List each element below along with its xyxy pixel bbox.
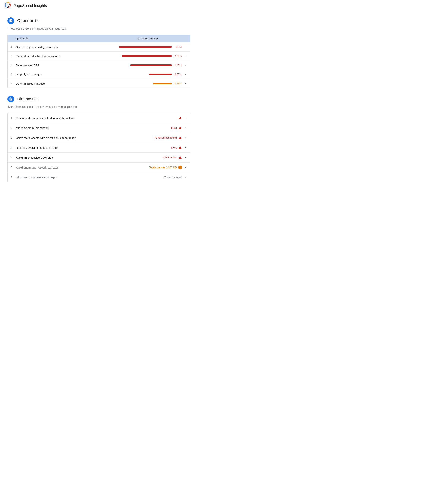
diag-label-7: Minimize Critical Requests Depth: [16, 176, 163, 179]
expand-chevron-diag-4[interactable]: [184, 146, 187, 149]
warning-icon-4: [178, 146, 182, 149]
diag-row-1[interactable]: 1 Ensure text remains visible during web…: [8, 113, 190, 123]
col-savings-header: Estimated Savings: [108, 37, 187, 40]
diagnostics-title: Diagnostics: [17, 97, 38, 101]
diag-num-7: 7: [11, 176, 16, 179]
diag-value-4: 5.0 s: [171, 146, 177, 149]
row-label-4: Properly size images: [16, 73, 108, 76]
warning-icon-3: [178, 136, 182, 140]
diag-label-2: Minimize main-thread work: [16, 126, 171, 130]
expand-chevron-diag-7[interactable]: [184, 175, 187, 179]
opportunities-table-header: Opportunity Estimated Savings: [8, 35, 190, 42]
opportunities-section-header: Opportunities: [7, 17, 190, 24]
diagnostics-table: 1 Ensure text remains visible during web…: [7, 113, 190, 182]
row-savings-2: 2.31 s: [108, 54, 187, 58]
diag-row-7[interactable]: 7 Minimize Critical Requests Depth 27 ch…: [8, 172, 190, 182]
diag-row-4[interactable]: 4 Reduce JavaScript execution time 5.0 s: [8, 143, 190, 152]
warning-icon-1: [178, 116, 182, 120]
savings-value-3: 1.92 s: [173, 64, 182, 67]
expand-chevron-diag-3[interactable]: [184, 136, 187, 140]
expand-chevron-diag-6[interactable]: [184, 166, 187, 169]
diag-label-3: Serve static assets with an efficient ca…: [16, 136, 154, 139]
opportunity-row-2[interactable]: 2 Eliminate render-blocking resources 2.…: [8, 51, 190, 60]
diag-row-6[interactable]: 6 Avoid enormous network payloads Total …: [8, 162, 190, 172]
diag-row-2[interactable]: 2 Minimize main-thread work 8.4 s: [8, 123, 190, 133]
row-label-1: Serve images in next-gen formats: [16, 45, 108, 48]
diag-num-6: 6: [11, 166, 16, 169]
diag-row-3[interactable]: 3 Serve static assets with an efficient …: [8, 133, 190, 143]
savings-bar-container-3: [108, 65, 172, 66]
savings-bar-5: [153, 83, 172, 84]
row-savings-5: 0.75 s: [108, 82, 187, 85]
diag-num-3: 3: [11, 136, 16, 139]
col-opportunity-header: Opportunity: [11, 37, 108, 40]
savings-bar-container-4: [108, 74, 172, 75]
expand-chevron-5[interactable]: [184, 82, 187, 85]
diag-meta-7: 27 chains found: [163, 175, 187, 179]
diag-meta-5: 1,664 nodes: [163, 156, 187, 159]
opportunities-table: Opportunity Estimated Savings 1 Serve im…: [7, 35, 190, 88]
main-content: Opportunities These optimizations can sp…: [0, 12, 198, 188]
diagnostics-icon: [7, 96, 14, 102]
savings-value-4: 0.87 s: [173, 73, 182, 76]
expand-chevron-1[interactable]: [184, 45, 187, 49]
opportunities-icon: [7, 17, 14, 24]
row-label-2: Eliminate render-blocking resources: [16, 54, 108, 58]
diag-row-5[interactable]: 5 Avoid an excessive DOM size 1,664 node…: [8, 152, 190, 162]
savings-bar-container-2: [108, 55, 172, 57]
savings-value-1: 2.4 s: [173, 45, 182, 48]
expand-chevron-diag-5[interactable]: [184, 156, 187, 159]
savings-value-2: 2.31 s: [173, 54, 182, 58]
opportunity-row-1[interactable]: 1 Serve images in next-gen formats 2.4 s: [8, 42, 190, 51]
savings-bar-3: [130, 65, 172, 66]
diag-label-5: Avoid an excessive DOM size: [16, 156, 163, 159]
row-savings-3: 1.92 s: [108, 63, 187, 67]
diag-num-4: 4: [11, 146, 16, 149]
row-label-5: Defer offscreen images: [16, 82, 108, 85]
diag-num-2: 2: [11, 126, 16, 129]
diagnostics-section-header: Diagnostics: [7, 96, 190, 102]
diagnostics-subtitle: More information about the performance o…: [7, 105, 190, 108]
row-num-2: 2: [11, 54, 16, 58]
svg-point-2: [7, 7, 8, 8]
diag-label-4: Reduce JavaScript execution time: [16, 146, 171, 149]
diagnostics-section: Diagnostics More information about the p…: [7, 96, 190, 182]
diag-label-1: Ensure text remains visible during webfo…: [16, 116, 178, 119]
diag-value-7: 27 chains found: [163, 176, 182, 179]
info-icon-6: i: [178, 166, 182, 169]
savings-bar-4: [149, 74, 172, 75]
diag-num-5: 5: [11, 156, 16, 159]
diag-value-3: 79 resources found: [154, 136, 177, 139]
row-num-4: 4: [11, 73, 16, 76]
diag-meta-4: 5.0 s: [171, 146, 187, 149]
row-num-1: 1: [11, 45, 16, 48]
diag-value-5: 1,664 nodes: [163, 156, 177, 159]
diag-meta-3: 79 resources found: [154, 136, 187, 140]
diag-meta-6: Total size was 2,967 KB i: [149, 166, 187, 169]
app-logo: [5, 2, 11, 9]
savings-bar-2: [122, 55, 172, 57]
opportunities-subtitle: These optimizations can speed up your pa…: [7, 27, 190, 30]
row-savings-4: 0.87 s: [108, 72, 187, 76]
app-header: PageSpeed Insights: [0, 0, 448, 12]
savings-value-5: 0.75 s: [173, 82, 182, 85]
expand-chevron-diag-2[interactable]: [184, 126, 187, 130]
diag-meta-1: [178, 116, 187, 120]
row-num-3: 3: [11, 64, 16, 67]
row-num-5: 5: [11, 82, 16, 85]
diag-label-6: Avoid enormous network payloads: [16, 166, 149, 169]
expand-chevron-diag-1[interactable]: [184, 116, 187, 120]
diag-num-1: 1: [11, 116, 16, 119]
diag-value-6: Total size was 2,967 KB: [149, 166, 177, 169]
opportunity-row-5[interactable]: 5 Defer offscreen images 0.75 s: [8, 79, 190, 88]
expand-chevron-2[interactable]: [184, 54, 187, 58]
expand-chevron-4[interactable]: [184, 72, 187, 76]
app-title: PageSpeed Insights: [13, 4, 47, 8]
row-savings-1: 2.4 s: [108, 45, 187, 49]
diag-meta-2: 8.4 s: [171, 126, 187, 130]
opportunity-row-3[interactable]: 3 Defer unused CSS 1.92 s: [8, 60, 190, 70]
opportunity-row-4[interactable]: 4 Properly size images 0.87 s: [8, 70, 190, 79]
warning-icon-5: [178, 156, 182, 159]
expand-chevron-3[interactable]: [184, 63, 187, 67]
row-label-3: Defer unused CSS: [16, 64, 108, 67]
